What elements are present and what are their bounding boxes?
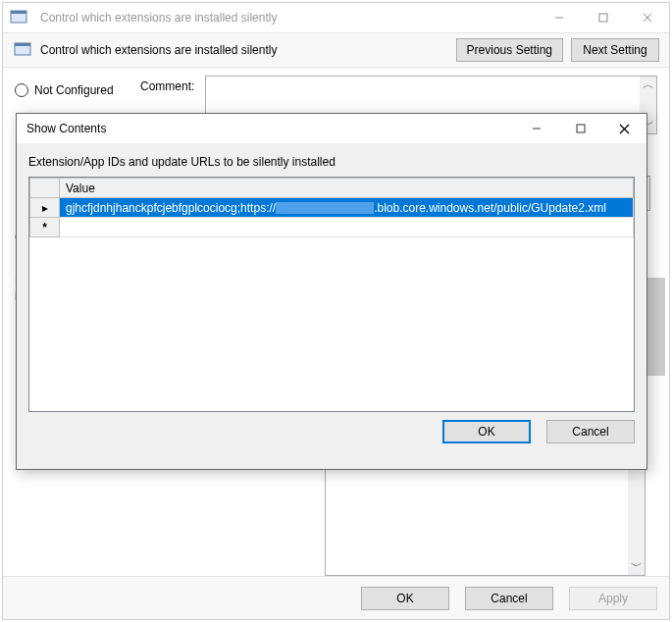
grid-label: Extension/App IDs and update URLs to be … [28,155,635,169]
minimize-button[interactable] [537,3,581,32]
value-grid[interactable]: Value ▸gjhcfjdnhjhanckpfcjebfgplcociocg;… [28,177,635,412]
policy-icon [13,40,32,60]
cancel-button[interactable]: Cancel [546,420,635,443]
value-cell[interactable]: gjhcfjdnhjhanckpfcjebfgplcociocg;https:/… [60,198,634,218]
value-cell[interactable] [60,218,634,237]
maximize-button[interactable] [558,114,602,143]
comment-label: Comment: [140,79,194,93]
toolbar-title: Control which extensions are installed s… [40,43,448,57]
row-marker: * [30,218,60,237]
cancel-button[interactable]: Cancel [465,587,553,610]
radio-icon [15,83,28,97]
show-contents-dialog: Show Contents Extension/App IDs and upda… [16,113,647,470]
close-button[interactable] [602,114,646,143]
ok-button[interactable]: OK [442,420,531,443]
previous-setting-button[interactable]: Previous Setting [456,38,563,62]
svg-rect-3 [599,14,607,22]
table-row[interactable]: * [30,218,634,237]
apply-button: Apply [569,587,657,610]
svg-rect-1 [11,11,26,14]
value-col-header[interactable]: Value [60,179,634,198]
table-row[interactable]: ▸gjhcfjdnhjhanckpfcjebfgplcociocg;https:… [30,198,634,218]
modal-title: Show Contents [26,122,514,135]
radio-label: Not Configured [34,83,114,97]
minimize-button[interactable] [514,114,558,143]
scroll-down-icon[interactable]: ﹀ [628,558,645,575]
parent-window-title: Control which extensions are installed s… [36,11,537,25]
scrollbar-thumb-fragment [647,278,665,376]
rowheader-col [30,179,60,198]
ok-button[interactable]: OK [361,587,449,610]
svg-rect-7 [15,43,30,46]
modal-titlebar: Show Contents [17,114,646,143]
row-marker: ▸ [30,198,60,218]
close-button[interactable] [625,3,669,32]
redacted-segment [276,202,374,214]
parent-toolbar: Control which extensions are installed s… [3,32,669,68]
svg-rect-9 [577,125,585,132]
maximize-button[interactable] [581,3,625,32]
policy-icon [9,8,28,27]
next-setting-button[interactable]: Next Setting [571,38,659,62]
modal-footer: OK Cancel [17,420,646,443]
parent-footer: OK Cancel Apply [3,576,669,619]
parent-titlebar: Control which extensions are installed s… [3,3,669,32]
modal-body: Extension/App IDs and update URLs to be … [17,143,646,420]
scroll-up-icon[interactable]: ︿ [640,77,656,93]
